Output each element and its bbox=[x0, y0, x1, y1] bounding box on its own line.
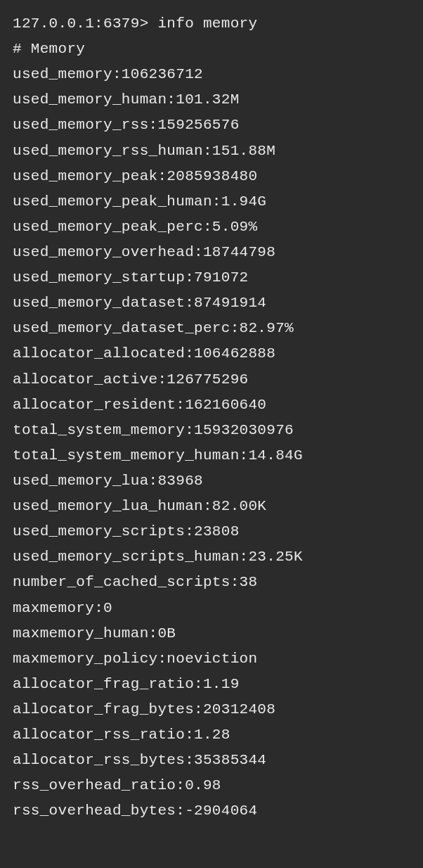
info-line: used_memory_rss:159256576 bbox=[13, 113, 410, 138]
info-key: used_memory_rss bbox=[13, 117, 149, 133]
info-line: used_memory_overhead:18744798 bbox=[13, 240, 410, 265]
info-value: 35385344 bbox=[194, 752, 266, 768]
info-value: 0.98 bbox=[185, 777, 221, 793]
info-value: 1.94G bbox=[221, 193, 267, 210]
info-key: used_memory_lua bbox=[13, 473, 149, 489]
info-separator: : bbox=[203, 219, 212, 235]
info-value: 1.28 bbox=[194, 727, 230, 743]
info-line: allocator_frag_ratio:1.19 bbox=[13, 672, 410, 697]
info-line: rss_overhead_bytes:-2904064 bbox=[13, 798, 410, 824]
info-separator: : bbox=[185, 269, 194, 286]
info-separator: : bbox=[176, 397, 185, 413]
info-separator: : bbox=[203, 143, 212, 159]
info-line: maxmemory_human:0B bbox=[13, 621, 410, 646]
info-separator: : bbox=[149, 473, 158, 489]
info-key: allocator_resident bbox=[13, 397, 176, 413]
info-key: used_memory_lua_human bbox=[13, 498, 203, 514]
info-line: used_memory_human:101.32M bbox=[13, 87, 410, 113]
info-key: rss_overhead_bytes bbox=[13, 803, 176, 819]
info-separator: : bbox=[240, 447, 249, 464]
info-entries: used_memory:106236712used_memory_human:1… bbox=[13, 62, 410, 824]
info-value: 151.88M bbox=[212, 143, 275, 159]
info-separator: : bbox=[185, 752, 194, 768]
info-key: used_memory_overhead bbox=[13, 244, 194, 260]
info-value: 5.09% bbox=[212, 219, 258, 235]
info-key: used_memory_human bbox=[13, 91, 167, 108]
info-value: 23.25K bbox=[248, 549, 302, 565]
info-key: used_memory_peak_human bbox=[13, 193, 212, 210]
info-separator: : bbox=[176, 803, 185, 819]
info-line: number_of_cached_scripts:38 bbox=[13, 570, 410, 595]
info-line: used_memory_dataset_perc:82.97% bbox=[13, 316, 410, 341]
info-key: used_memory_scripts_human bbox=[13, 549, 240, 565]
info-value: 101.32M bbox=[176, 91, 239, 108]
info-separator: : bbox=[112, 66, 122, 82]
info-key: allocator_frag_ratio bbox=[13, 676, 194, 692]
info-value: 18744798 bbox=[203, 244, 275, 260]
info-value: 23808 bbox=[194, 523, 240, 540]
info-line: total_system_memory_human:14.84G bbox=[13, 443, 410, 468]
section-header: # Memory bbox=[13, 37, 410, 62]
info-line: allocator_allocated:106462888 bbox=[13, 341, 410, 366]
info-separator: : bbox=[194, 676, 203, 692]
info-key: used_memory_peak_perc bbox=[13, 219, 203, 235]
info-line: used_memory_peak_perc:5.09% bbox=[13, 215, 410, 240]
info-key: maxmemory_policy bbox=[13, 651, 157, 667]
info-separator: : bbox=[157, 651, 167, 667]
info-line: used_memory_dataset:87491914 bbox=[13, 291, 410, 316]
info-key: maxmemory bbox=[13, 600, 94, 616]
info-key: rss_overhead_ratio bbox=[13, 777, 176, 793]
info-key: allocator_allocated bbox=[13, 345, 185, 362]
info-separator: : bbox=[157, 371, 167, 388]
info-separator: : bbox=[149, 117, 158, 133]
info-separator: : bbox=[157, 168, 167, 184]
info-separator: : bbox=[176, 777, 185, 793]
info-key: allocator_active bbox=[13, 371, 157, 388]
info-line: used_memory_scripts_human:23.25K bbox=[13, 544, 410, 570]
info-key: used_memory_dataset_perc bbox=[13, 320, 230, 336]
info-line: used_memory_peak_human:1.94G bbox=[13, 189, 410, 215]
info-separator: : bbox=[212, 193, 221, 210]
info-value: noeviction bbox=[167, 651, 257, 667]
terminal-output[interactable]: 127.0.0.1:6379> info memory # Memory use… bbox=[13, 11, 410, 824]
info-separator: : bbox=[185, 727, 194, 743]
info-value: 1.19 bbox=[203, 676, 240, 692]
info-line: maxmemory:0 bbox=[13, 596, 410, 621]
info-separator: : bbox=[194, 244, 203, 260]
info-value: -2904064 bbox=[185, 803, 257, 819]
info-separator: : bbox=[240, 549, 249, 565]
info-key: used_memory_dataset bbox=[13, 295, 185, 311]
info-key: used_memory_scripts bbox=[13, 523, 185, 540]
info-key: allocator_rss_bytes bbox=[13, 752, 185, 768]
info-line: allocator_resident:162160640 bbox=[13, 392, 410, 418]
info-value: 0 bbox=[103, 600, 112, 616]
info-line: used_memory_lua:83968 bbox=[13, 468, 410, 494]
info-separator: : bbox=[194, 701, 203, 717]
info-separator: : bbox=[94, 600, 103, 616]
info-line: used_memory_startup:791072 bbox=[13, 265, 410, 291]
info-key: maxmemory_human bbox=[13, 625, 149, 642]
info-separator: : bbox=[203, 498, 212, 514]
info-line: used_memory_lua_human:82.00K bbox=[13, 494, 410, 519]
info-separator: : bbox=[167, 91, 176, 108]
info-key: used_memory_startup bbox=[13, 269, 185, 286]
info-value: 126775296 bbox=[167, 371, 248, 388]
info-key: used_memory_rss_human bbox=[13, 143, 203, 159]
info-line: rss_overhead_ratio:0.98 bbox=[13, 773, 410, 798]
command-text: info memory bbox=[157, 15, 257, 32]
info-line: used_memory_peak:2085938480 bbox=[13, 164, 410, 189]
info-key: used_memory bbox=[13, 66, 112, 82]
info-line: allocator_rss_bytes:35385344 bbox=[13, 748, 410, 773]
info-line: used_memory:106236712 bbox=[13, 62, 410, 87]
info-value: 14.84G bbox=[248, 447, 302, 464]
command-line: 127.0.0.1:6379> info memory bbox=[13, 11, 410, 37]
info-line: total_system_memory:15932030976 bbox=[13, 418, 410, 443]
info-value: 83968 bbox=[157, 473, 203, 489]
info-line: used_memory_scripts:23808 bbox=[13, 519, 410, 544]
info-value: 791072 bbox=[194, 269, 248, 286]
info-value: 0B bbox=[157, 625, 176, 642]
info-value: 82.00K bbox=[212, 498, 266, 514]
info-line: allocator_active:126775296 bbox=[13, 367, 410, 392]
info-value: 38 bbox=[240, 574, 258, 590]
info-separator: : bbox=[185, 345, 194, 362]
